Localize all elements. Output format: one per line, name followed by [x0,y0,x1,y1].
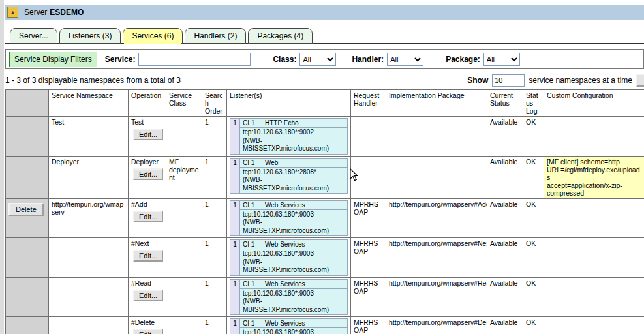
listeners-cell: 1 CI 1 Web Services tcp:10.120.63.180*:9… [227,317,351,334]
implementation-package-cell: http://tempuri.org/wmapserv#Read [386,277,487,317]
request-handler-cell [351,156,386,198]
listener-name: Web Services [262,240,348,249]
operation-cell: Test Edit... [129,117,166,157]
listeners-cell: 1 CI 1 Web Services tcp:10.120.63.180*:9… [227,277,351,317]
listener-box: 1 CI 1 Web tcp:10.120.63.180*:2808* (NWB… [230,158,348,194]
listener-name: Web Services [262,200,348,209]
service-filter-label: Service: [105,55,136,64]
implementation-package-cell [386,156,487,198]
pagination-row: 1 - 3 of 3 displayable namespaces from a… [5,73,644,87]
server-label: Server [24,8,47,17]
col-header-current-status: Current Status [487,90,523,117]
service-class-cell [166,117,202,157]
search-order-cell: 1 [202,317,227,334]
show-apply-button[interactable] [636,74,644,87]
tab-server[interactable]: Server... [10,28,57,44]
row-action-cell: Delete [6,198,49,238]
col-header-service-namespace: Service Namespace [49,90,129,117]
operation-name: Deployer [131,158,163,166]
listener-number: 1 [230,279,240,315]
operation-name: #Read [131,279,163,287]
service-class-cell [166,277,202,317]
listener-name: Web Services [262,279,348,288]
status-log-cell: OK [523,198,544,238]
package-filter-select[interactable]: All [483,53,520,66]
table-row-test: Test Test Edit... 1 1 CI 1 HTTP Echo [6,117,644,157]
service-namespace-cell: Test [49,117,129,157]
operation-name: #Add [131,200,163,208]
col-header-actions [6,90,49,117]
listener-number: 1 [230,200,240,236]
operation-cell: #Add Edit... [129,198,166,238]
listeners-cell: 1 CI 1 Web Services tcp:10.120.63.180*:9… [227,238,351,278]
delete-button[interactable]: Delete [8,203,44,216]
listener-box: 1 CI 1 Web Services tcp:10.120.63.180*:9… [230,318,348,334]
edit-button[interactable]: Edit... [133,250,163,262]
handler-filter-label: Handler: [352,55,384,64]
edit-button[interactable]: Edit... [133,168,163,180]
listener-host: (NWB-MBISSETXP.microfocus.com) [243,137,345,153]
service-namespace-cell: Deployer [49,156,129,198]
implementation-package-cell: http://tempuri.org/wmapserv#Delete [386,317,487,334]
table-header-row: Service Namespace Operation Service Clas… [6,90,644,117]
listener-box: 1 CI 1 Web Services tcp:10.120.63.180*:9… [230,279,348,316]
show-label: Show [467,76,488,85]
service-filter-input[interactable] [138,53,251,66]
table-row-wmapserv-read: #Read Edit... 1 1 CI 1 Web Services [6,277,644,317]
custom-config-cell [544,198,644,238]
listener-conversation: CI 1 [240,240,262,249]
col-header-implementation-package: Implementation Package [386,90,487,117]
server-name: ESDEMO [50,8,84,17]
service-namespace-cell [49,238,129,278]
table-row-deployer: Deployer Deployer Edit... MF deployment … [6,156,644,198]
server-titlebar: ▲ ServerESDEMO [5,5,644,20]
show-count-input[interactable] [492,74,525,87]
handler-filter-select[interactable]: All [387,53,423,66]
listener-box: 1 CI 1 Web Services tcp:10.120.63.180*:9… [230,239,348,276]
listener-host: (NWB-MBISSETXP.microfocus.com) [243,258,345,275]
listener-address: tcp:10.120.63.180*:9002 (NWB-MBISSETXP.m… [240,128,348,155]
tab-listeners[interactable]: Listeners (3) [59,28,121,44]
listener-conversation: CI 1 [240,158,262,167]
listener-host: (NWB-MBISSETXP.microfocus.com) [243,176,345,192]
custom-config-cell [544,238,644,278]
col-header-search-order: Search Order [202,90,227,117]
service-class-cell [166,238,202,278]
current-status-cell: Available [487,317,523,334]
col-header-operation: Operation [129,90,166,117]
tab-packages[interactable]: Packages (4) [248,28,313,44]
listener-host: (NWB-MBISSETXP.microfocus.com) [243,297,345,314]
listener-box: 1 CI 1 HTTP Echo tcp:10.120.63.180*:9002… [230,118,348,155]
class-filter-select[interactable]: All [299,53,336,66]
operation-cell: Deployer Edit... [129,156,166,198]
tab-bar: Server... Listeners (3) Services (6) Han… [5,28,644,44]
collapse-triangle-icon[interactable]: ▲ [7,7,18,18]
edit-button[interactable]: Edit... [133,129,163,140]
listener-name: Web [262,158,348,167]
status-log-cell: OK [523,238,544,278]
search-order-cell: 1 [202,198,227,238]
service-namespace-cell: http://tempuri.org/wmapserv [49,198,129,238]
tab-handlers[interactable]: Handlers (2) [185,28,246,44]
implementation-package-cell [386,117,487,157]
status-log-cell: OK [523,117,544,157]
edit-button[interactable]: Edit... [133,211,163,222]
current-status-cell: Available [487,238,523,278]
listener-address: tcp:10.120.63.180*:2808* (NWB-MBISSETXP.… [240,167,348,194]
filter-bar-title: Service Display Filters [9,52,97,67]
tab-services[interactable]: Services (6) [123,28,183,44]
request-handler-cell [351,117,386,157]
edit-button[interactable]: Edit... [133,290,163,301]
listener-endpoint: tcp:10.120.63.180*:9003 [243,250,345,258]
operation-name: Test [131,118,163,126]
edit-button[interactable]: Edit... [133,329,163,334]
current-status-cell: Available [487,156,523,198]
request-handler-cell: MFRHSOAP [351,277,386,317]
operation-cell: #Next Edit... [129,238,166,278]
table-row-wmapserv-delete: #Delete Edit... 1 1 CI 1 Web Services [6,317,644,334]
search-order-cell: 1 [202,277,227,317]
services-admin-page: ▲ ServerESDEMO Server... Listeners (3) S… [0,0,644,334]
listener-number: 1 [230,158,240,194]
row-action-cell [6,317,49,334]
listener-address: tcp:10.120.63.180*:9003 (NWB-MBISSETXP.m… [240,288,348,315]
